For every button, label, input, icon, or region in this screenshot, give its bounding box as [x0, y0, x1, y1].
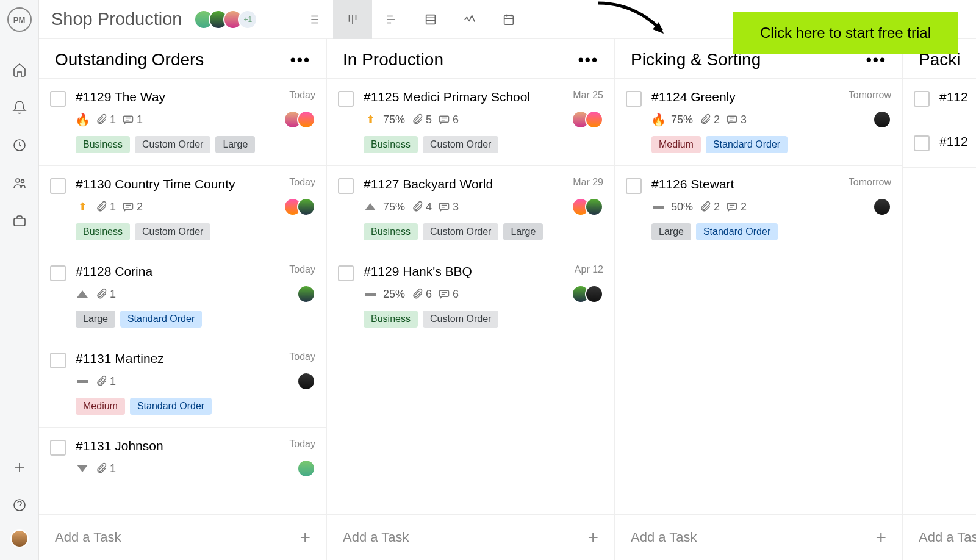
add-task[interactable]: Add a Task +: [39, 514, 326, 560]
clock-icon[interactable]: [6, 132, 33, 159]
member-stack[interactable]: +1: [199, 10, 257, 29]
assignee-avatar[interactable]: [873, 198, 891, 216]
column-menu-icon[interactable]: •••: [578, 51, 598, 70]
checkbox[interactable]: [626, 178, 642, 194]
tag[interactable]: Large: [503, 223, 543, 240]
tag[interactable]: Large: [76, 311, 115, 328]
bell-icon[interactable]: [6, 94, 33, 121]
checkbox[interactable]: [50, 91, 66, 107]
tag[interactable]: Custom Order: [135, 136, 210, 153]
card[interactable]: #1128 Corina Today 1 LargeStandard Order: [39, 253, 326, 340]
assignee-avatar[interactable]: [585, 198, 603, 216]
svg-rect-12: [728, 116, 737, 122]
more-members[interactable]: +1: [238, 10, 257, 29]
attachments[interactable]: 1: [95, 201, 116, 214]
tag[interactable]: Business: [364, 136, 418, 153]
pm-logo[interactable]: PM: [7, 7, 32, 32]
attachments[interactable]: 2: [699, 201, 720, 214]
add-task[interactable]: Add a Task +: [615, 514, 902, 560]
home-icon[interactable]: [6, 56, 33, 83]
card[interactable]: #1130 Country Time County Today ⬆ 1 2 Bu…: [39, 165, 326, 253]
attachments[interactable]: 1: [95, 288, 116, 301]
tag[interactable]: Custom Order: [423, 223, 498, 240]
checkbox[interactable]: [50, 265, 66, 281]
attachments[interactable]: 1: [95, 375, 116, 388]
view-dashboard[interactable]: [450, 0, 489, 39]
tag[interactable]: Standard Order: [120, 311, 202, 328]
checkbox[interactable]: [338, 178, 354, 194]
comments[interactable]: 2: [122, 201, 143, 214]
comments[interactable]: 6: [438, 113, 459, 126]
tag[interactable]: Standard Order: [130, 398, 212, 415]
attachments[interactable]: 1: [95, 113, 116, 126]
tag[interactable]: Standard Order: [696, 223, 778, 240]
checkbox[interactable]: [338, 91, 354, 107]
checkbox[interactable]: [338, 265, 354, 281]
attachments[interactable]: 6: [411, 288, 432, 301]
card-title: #1128 Corina: [76, 264, 152, 279]
card[interactable]: #1129 Hank's BBQ Apr 12 25% 6 6 Business…: [327, 253, 614, 340]
attachments[interactable]: 5: [411, 113, 432, 126]
view-calendar[interactable]: [489, 0, 528, 39]
comments[interactable]: 2: [726, 201, 747, 214]
tag[interactable]: Custom Order: [135, 223, 210, 240]
assignee-avatar[interactable]: [873, 110, 891, 129]
assignee-avatar[interactable]: [297, 459, 315, 478]
column-menu-icon[interactable]: •••: [290, 51, 310, 70]
assignee-avatar[interactable]: [585, 285, 603, 303]
card[interactable]: #1127 Backyard World Mar 29 75% 4 3 Busi…: [327, 165, 614, 253]
assignee-avatar[interactable]: [297, 110, 315, 129]
attachments[interactable]: 4: [411, 201, 432, 214]
assignee-avatar[interactable]: [585, 110, 603, 129]
briefcase-icon[interactable]: [6, 207, 33, 234]
attachments[interactable]: 2: [699, 113, 720, 126]
assignee-avatar[interactable]: [297, 198, 315, 216]
card[interactable]: #1124 Greenly Tomorrow 🔥 75% 2 3 MediumS…: [615, 78, 902, 165]
tag[interactable]: Business: [76, 136, 130, 153]
help-icon[interactable]: [6, 492, 33, 519]
card[interactable]: #1129 The Way Today 🔥 1 1 BusinessCustom…: [39, 78, 326, 165]
tag[interactable]: Standard Order: [706, 136, 788, 153]
tag[interactable]: Custom Order: [423, 136, 498, 153]
tag[interactable]: Medium: [651, 136, 701, 153]
svg-rect-3: [14, 218, 25, 226]
card[interactable]: #112: [903, 78, 976, 123]
tag[interactable]: Business: [364, 311, 418, 328]
assignee-avatar[interactable]: [297, 285, 315, 303]
comments[interactable]: 3: [726, 113, 747, 126]
tag[interactable]: Business: [364, 223, 418, 240]
card-title: #1131 Johnson: [76, 439, 163, 453]
card[interactable]: #1125 Medici Primary School Mar 25 ⬆ 75%…: [327, 78, 614, 165]
tag[interactable]: Medium: [76, 398, 125, 415]
add-task[interactable]: Add a Task +: [903, 514, 976, 560]
card[interactable]: #112: [903, 123, 976, 168]
attachments[interactable]: 1: [95, 462, 116, 475]
tag[interactable]: Large: [651, 223, 691, 240]
comments[interactable]: 3: [438, 201, 459, 214]
assignee-avatar[interactable]: [297, 372, 315, 390]
view-list[interactable]: [294, 0, 333, 39]
checkbox[interactable]: [50, 353, 66, 368]
checkbox[interactable]: [914, 135, 930, 151]
priority-dash-icon: [77, 380, 88, 383]
comments[interactable]: 1: [122, 113, 143, 126]
user-avatar[interactable]: [10, 529, 29, 548]
card[interactable]: #1131 Johnson Today 1: [39, 427, 326, 490]
checkbox[interactable]: [914, 91, 930, 107]
checkbox[interactable]: [50, 440, 66, 456]
tag[interactable]: Large: [215, 136, 255, 153]
add-icon[interactable]: [6, 454, 33, 481]
comments[interactable]: 6: [438, 288, 459, 301]
view-sheet[interactable]: [411, 0, 450, 39]
tag[interactable]: Custom Order: [423, 311, 498, 328]
people-icon[interactable]: [6, 170, 33, 196]
add-task[interactable]: Add a Task +: [327, 514, 614, 560]
card[interactable]: #1126 Stewart Tomorrow 50% 2 2 LargeStan…: [615, 165, 902, 253]
card[interactable]: #1131 Martinez Today 1 MediumStandard Or…: [39, 340, 326, 427]
view-board[interactable]: [333, 0, 372, 39]
view-gantt[interactable]: [372, 0, 411, 39]
checkbox[interactable]: [50, 178, 66, 194]
tag[interactable]: Business: [76, 223, 130, 240]
checkbox[interactable]: [626, 91, 642, 107]
cta-button[interactable]: Click here to start free trial: [733, 12, 958, 54]
